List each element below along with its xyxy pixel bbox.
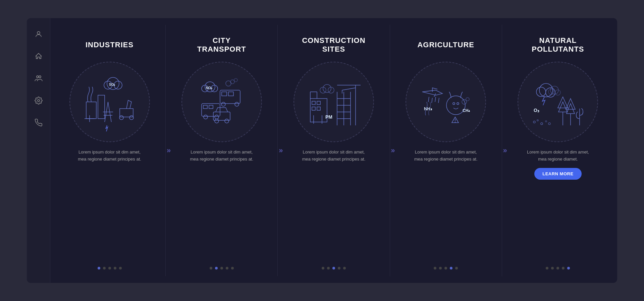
- svg-point-89: [533, 121, 535, 123]
- card-desc-construction-sites: Lorem ipsum dolor sit dim amet, mea regi…: [300, 149, 367, 163]
- svg-point-76: [462, 100, 467, 104]
- svg-point-13: [119, 116, 123, 120]
- sidebar-icon-settings[interactable]: [33, 95, 45, 107]
- card-title-construction-sites: CONSTRUCTIONSITES: [302, 35, 365, 55]
- svg-text:PM: PM: [325, 114, 332, 120]
- card-agriculture: » AGRICULTURE NH₃: [390, 25, 502, 276]
- illustration-natural-pollutants: O₃: [518, 62, 598, 142]
- dot-5[interactable]: [567, 267, 570, 269]
- svg-point-0: [37, 32, 40, 34]
- sidebar-icon-home[interactable]: [33, 50, 45, 62]
- dot-2[interactable]: [103, 267, 106, 269]
- card-desc-natural-pollutants: Lorem ipsum dolor sit dim amet, mea regi…: [524, 149, 591, 163]
- svg-text:NO₂: NO₂: [206, 86, 212, 90]
- dot-4[interactable]: [338, 267, 340, 269]
- illustration-industries: SO₂: [69, 62, 150, 142]
- svg-rect-25: [203, 105, 207, 109]
- dot-2[interactable]: [551, 267, 554, 269]
- svg-text:NH₃: NH₃: [424, 106, 432, 111]
- svg-rect-40: [312, 101, 315, 105]
- cards-container: » INDUSTRIES SO₂: [50, 18, 617, 283]
- svg-point-22: [221, 102, 225, 106]
- dot-4[interactable]: [226, 267, 228, 269]
- svg-point-37: [230, 80, 234, 84]
- learn-more-button[interactable]: LEARN MORE: [534, 168, 581, 180]
- card-desc-industries: Lorem ipsum dolor sit dim amet, mea regi…: [76, 149, 143, 163]
- dot-3[interactable]: [108, 267, 111, 269]
- svg-point-77: [466, 98, 469, 101]
- card-title-city-transport: CITYTRANSPORT: [197, 35, 246, 55]
- svg-line-65: [428, 97, 429, 102]
- chevron-1: »: [167, 146, 171, 155]
- dot-2[interactable]: [215, 267, 218, 269]
- svg-rect-4: [86, 102, 96, 119]
- svg-rect-41: [317, 101, 320, 105]
- illustration-agriculture: NH₃ CH₄: [406, 62, 486, 142]
- pagination-city-transport: [210, 263, 234, 269]
- svg-line-57: [342, 88, 356, 90]
- card-city-transport: » CITYTRANSPORT: [166, 25, 278, 276]
- dot-1[interactable]: [322, 267, 324, 269]
- svg-point-93: [548, 123, 550, 125]
- svg-text:CH₄: CH₄: [463, 108, 470, 113]
- svg-point-2: [39, 76, 41, 78]
- illustration-city-transport: NO₂: [181, 62, 262, 142]
- sidebar-icon-people[interactable]: [33, 72, 45, 84]
- dot-1[interactable]: [546, 267, 548, 269]
- svg-point-95: [548, 89, 554, 95]
- svg-point-90: [537, 120, 538, 121]
- card-title-agriculture: AGRICULTURE: [417, 35, 474, 55]
- card-natural-pollutants: NATURALPOLLUTANTS O₃: [502, 25, 614, 276]
- main-container: » INDUSTRIES SO₂: [27, 18, 617, 283]
- dot-5[interactable]: [231, 267, 234, 269]
- dot-1[interactable]: [434, 267, 436, 269]
- sidebar-icon-user[interactable]: [33, 28, 45, 40]
- svg-point-38: [234, 78, 237, 82]
- svg-point-28: [215, 115, 219, 119]
- svg-point-78: [539, 83, 553, 97]
- card-desc-city-transport: Lorem ipsum dolor sit dim amet, mea regi…: [188, 149, 255, 163]
- dot-5[interactable]: [119, 267, 122, 269]
- dot-3[interactable]: [220, 267, 223, 269]
- dot-2[interactable]: [439, 267, 442, 269]
- svg-point-23: [235, 102, 239, 106]
- chevron-3: »: [391, 146, 395, 155]
- card-construction-sites: » CONSTRUCTIONSITES: [278, 25, 390, 276]
- pagination-natural-pollutants: [546, 263, 570, 269]
- svg-point-14: [129, 116, 133, 120]
- card-title-natural-pollutants: NATURALPOLLUTANTS: [532, 35, 584, 55]
- dot-2[interactable]: [327, 267, 330, 269]
- dot-4[interactable]: [114, 267, 116, 269]
- svg-point-71: [453, 103, 455, 105]
- svg-point-72: [457, 103, 459, 105]
- svg-point-31: [225, 119, 229, 123]
- illustration-construction-sites: PM: [293, 62, 374, 142]
- svg-point-79: [536, 87, 546, 97]
- dot-5[interactable]: [455, 267, 458, 269]
- card-desc-agriculture: Lorem ipsum dolor sit dim amet, mea regi…: [412, 149, 479, 163]
- chevron-2: »: [279, 146, 283, 155]
- svg-rect-43: [317, 107, 320, 110]
- svg-line-66: [432, 98, 432, 103]
- pagination-construction-sites: [322, 263, 346, 269]
- svg-text:O₃: O₃: [534, 108, 539, 113]
- card-industries: » INDUSTRIES SO₂: [54, 25, 166, 276]
- svg-point-92: [545, 121, 547, 122]
- dot-1[interactable]: [210, 267, 212, 269]
- dot-5[interactable]: [343, 267, 346, 269]
- svg-line-68: [438, 98, 439, 103]
- svg-point-59: [323, 84, 331, 93]
- dot-3[interactable]: [332, 267, 335, 269]
- dot-1[interactable]: [98, 267, 100, 269]
- dot-3[interactable]: [444, 267, 447, 269]
- svg-rect-21: [228, 92, 233, 96]
- pagination-agriculture: [434, 263, 458, 269]
- dot-3[interactable]: [556, 267, 559, 269]
- card-title-industries: INDUSTRIES: [86, 35, 133, 55]
- svg-rect-26: [209, 105, 213, 109]
- sidebar-icon-phone[interactable]: [33, 117, 45, 129]
- dot-4[interactable]: [450, 267, 452, 269]
- chevron-4: »: [503, 146, 507, 155]
- dot-4[interactable]: [562, 267, 565, 269]
- svg-point-1: [37, 76, 39, 78]
